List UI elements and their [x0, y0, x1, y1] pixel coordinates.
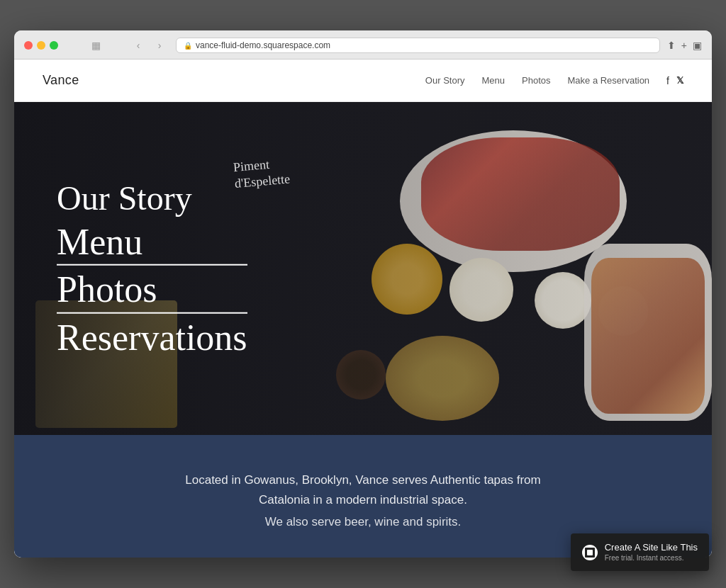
hero-menu-menu[interactable]: Menu: [57, 220, 247, 266]
back-arrow-button[interactable]: ‹: [129, 38, 147, 52]
site-header: Vance Our Story Menu Photos Make a Reser…: [14, 60, 712, 102]
minimize-button[interactable]: [37, 41, 45, 50]
squarespace-cta-text: Create A Site Like This Free trial. Inst…: [605, 542, 698, 562]
hero-menu-our-story[interactable]: Our Story Pimentd'Espelette: [57, 179, 247, 217]
maximize-button[interactable]: [50, 41, 58, 50]
lock-icon: 🔒: [184, 42, 192, 50]
squarespace-banner[interactable]: Create A Site Like This Free trial. Inst…: [571, 533, 709, 571]
forward-button[interactable]: ​: [108, 38, 126, 52]
site-logo: Vance: [43, 73, 79, 88]
traffic-lights: [24, 41, 58, 50]
nav-photos[interactable]: Photos: [522, 75, 550, 86]
about-paragraph-2: We also serve beer, wine and spirits.: [43, 515, 683, 529]
facebook-icon[interactable]: f: [666, 75, 669, 86]
close-button[interactable]: [24, 41, 33, 50]
site-wrapper: Vance Our Story Menu Photos Make a Reser…: [14, 60, 712, 557]
browser-actions: ⬆ + ▣: [667, 40, 702, 51]
forward-arrow-button[interactable]: ›: [150, 38, 169, 52]
browser-chrome: ​ ▦ ​ ‹ › 🔒 vance-fluid-demo.squarespace…: [14, 30, 712, 60]
address-bar[interactable]: 🔒 vance-fluid-demo.squarespace.com: [176, 38, 660, 53]
svg-rect-1: [587, 550, 593, 555]
about-paragraph-1: Located in Gowanus, Brooklyn, Vance serv…: [136, 470, 590, 509]
site-nav: Our Story Menu Photos Make a Reservation…: [425, 75, 683, 86]
url-text: vance-fluid-demo.squarespace.com: [196, 40, 330, 50]
tabs-icon[interactable]: ▣: [693, 40, 702, 51]
back-button[interactable]: ​: [65, 38, 84, 52]
twitter-icon[interactable]: 𝕏: [676, 75, 683, 86]
browser-navigation: ​ ▦ ​ ‹ ›: [65, 38, 169, 52]
hero-menu-reservations[interactable]: Reservations: [57, 317, 247, 359]
nav-menu[interactable]: Menu: [481, 75, 505, 86]
hero-section: Our Story Pimentd'Espelette Menu Photos …: [14, 102, 712, 435]
nav-our-story[interactable]: Our Story: [425, 75, 465, 86]
browser-window: ​ ▦ ​ ‹ › 🔒 vance-fluid-demo.squarespace…: [14, 30, 712, 557]
new-tab-icon[interactable]: +: [681, 40, 687, 51]
nav-reservation[interactable]: Make a Reservation: [567, 75, 649, 86]
squarespace-logo: [582, 545, 598, 560]
hero-menu-photos[interactable]: Photos: [57, 268, 247, 314]
social-icons: f 𝕏: [666, 75, 683, 86]
window-button[interactable]: ▦: [86, 38, 105, 52]
share-icon[interactable]: ⬆: [667, 40, 676, 51]
hero-menu: Our Story Pimentd'Espelette Menu Photos …: [57, 179, 247, 359]
